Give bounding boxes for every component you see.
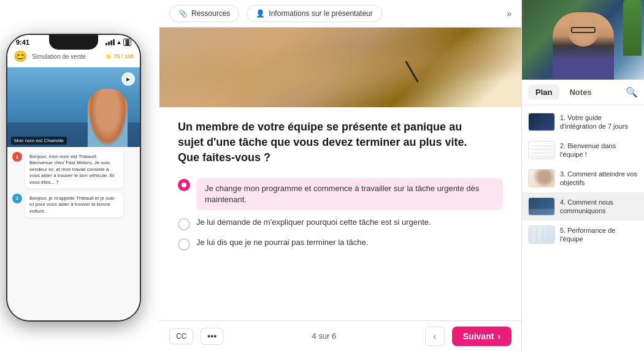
stars-score: ⭐ 70 / 100 xyxy=(105,53,134,59)
option-3-text: Je lui dis que je ne pourrai pas termine… xyxy=(196,238,368,247)
phone-mockup: 9:41 ▲ ▓ 😊 Simulati xyxy=(6,34,141,322)
charlotte-label: Mon nom est Charlotte xyxy=(11,137,67,145)
score-value: 70 / 100 xyxy=(113,53,134,59)
slide-item-3[interactable]: 3. Comment atteindre vos objectifs xyxy=(522,164,644,192)
slide-thumb-3 xyxy=(528,169,555,187)
slide-item-5[interactable]: 5. Performance de l'équipe xyxy=(522,221,644,249)
play-button[interactable]: ▶ xyxy=(121,72,135,86)
slide-thumb-4 xyxy=(528,197,555,216)
emoji-avatar: 😊 xyxy=(13,50,27,63)
chat-bubble-1: Bonjour, mon nom est Thibault. Bienvenue… xyxy=(25,151,123,189)
next-button[interactable]: Suivant › xyxy=(452,326,512,346)
slide-label-5: 5. Performance de l'équipe xyxy=(560,226,638,244)
plant-decoration xyxy=(623,0,642,56)
radio-1[interactable] xyxy=(178,179,190,191)
bottom-bar: CC ••• 4 sur 6 ‹ Suivant › xyxy=(159,320,521,351)
cc-button[interactable]: CC xyxy=(169,328,193,344)
presenter-info-label: Informations sur le présentateur xyxy=(269,9,372,18)
slide-item-1[interactable]: 1. Votre guide d'intégration de 7 jours xyxy=(522,108,644,136)
resources-label: Ressources xyxy=(191,9,230,18)
slide-item-4[interactable]: 4. Comment nous communiquons xyxy=(522,192,644,221)
more-options-button[interactable]: ••• xyxy=(201,328,223,345)
slide-label-2: 2. Bienvenue dans l'équipe ! xyxy=(560,142,638,159)
tab-plan[interactable]: Plan xyxy=(528,85,559,100)
presenter-info-button[interactable]: 👤 Informations sur le présentateur xyxy=(247,5,381,22)
presenter-face xyxy=(568,16,599,47)
radio-inner-1 xyxy=(182,183,186,187)
phone-screen: 9:41 ▲ ▓ 😊 Simulati xyxy=(7,35,140,320)
left-panel: 9:41 ▲ ▓ 😊 Simulati xyxy=(0,0,159,351)
chat-bubble-2: Bonjour, je m'appelle Thibault et je sui… xyxy=(25,192,123,217)
message-number-2: 2 xyxy=(12,194,22,203)
person-icon: 👤 xyxy=(256,9,265,18)
message-number-1: 1 xyxy=(12,152,22,162)
options-list: Je change mon programme et commence à tr… xyxy=(178,178,503,251)
signal-icon xyxy=(105,39,115,45)
slide-thumb-5 xyxy=(528,225,555,244)
search-button[interactable]: 🔍 xyxy=(626,86,638,98)
right-panel: Plan Notes 🔍 1. Votre guide d'intégratio… xyxy=(521,0,644,351)
slide-label-4: 4. Comment nous communiquons xyxy=(560,198,638,216)
expand-nav-button[interactable]: » xyxy=(507,9,512,18)
top-nav: 📎 Ressources 👤 Informations sur le prése… xyxy=(159,0,521,28)
slide-thumb-2 xyxy=(528,141,555,159)
glasses xyxy=(571,27,596,33)
slide-label-1: 1. Votre guide d'intégration de 7 jours xyxy=(560,113,638,131)
radio-3[interactable] xyxy=(178,238,190,251)
option-1[interactable]: Je change mon programme et commence à tr… xyxy=(178,178,503,210)
question-text: Un membre de votre équipe se présente et… xyxy=(178,119,485,166)
right-tabs: Plan Notes 🔍 xyxy=(522,80,644,105)
slide-item-2[interactable]: 2. Bienvenue dans l'équipe ! xyxy=(522,136,644,164)
paperclip-icon: 📎 xyxy=(178,9,188,18)
charlotte-avatar xyxy=(88,89,128,147)
center-panel: 📎 Ressources 👤 Informations sur le prése… xyxy=(159,0,521,351)
main-container: 9:41 ▲ ▓ 😊 Simulati xyxy=(0,0,644,351)
slides-list: 1. Votre guide d'intégration de 7 jours … xyxy=(522,105,644,351)
option-2-text: Je lui demande de m'expliquer pourquoi c… xyxy=(196,217,431,227)
presenter-person xyxy=(553,12,614,80)
option-1-text: Je change mon programme et commence à tr… xyxy=(196,178,503,210)
option-2[interactable]: Je lui demande de m'expliquer pourquoi c… xyxy=(178,217,503,230)
status-icons: ▲ ▓ xyxy=(105,39,131,46)
simulation-title: Simulation de vente xyxy=(32,53,100,60)
presenter-video xyxy=(522,0,644,80)
star-icon: ⭐ xyxy=(105,53,112,59)
phone-video-area[interactable]: ▶ Mon nom est Charlotte xyxy=(7,67,140,147)
phone-header: 😊 Simulation de vente ⭐ 70 / 100 xyxy=(7,47,140,67)
slide-label-3: 3. Comment atteindre vos objectifs xyxy=(560,170,638,187)
battery-icon: ▓ xyxy=(123,39,131,46)
next-arrow-icon: › xyxy=(497,331,500,341)
wifi-icon: ▲ xyxy=(117,39,122,45)
prev-button[interactable]: ‹ xyxy=(425,326,445,346)
content-area: Un membre de votre équipe se présente et… xyxy=(159,107,521,320)
option-3[interactable]: Je lui dis que je ne pourrai pas termine… xyxy=(178,238,503,251)
chat-message-1: 1 Bonjour, mon nom est Thibault. Bienven… xyxy=(12,151,135,189)
pen-icon xyxy=(405,61,419,83)
next-label: Suivant xyxy=(463,331,494,341)
charlotte-face xyxy=(88,89,128,147)
hero-image xyxy=(159,28,521,107)
chat-message-2: 2 Bonjour, je m'appelle Thibault et je s… xyxy=(12,192,135,217)
phone-chat: 1 Bonjour, mon nom est Thibault. Bienven… xyxy=(7,147,140,320)
radio-2[interactable] xyxy=(178,218,190,230)
slide-thumb-1 xyxy=(528,113,555,131)
tab-notes[interactable]: Notes xyxy=(562,85,599,100)
pagination: 4 sur 6 xyxy=(312,331,337,341)
phone-time: 9:41 xyxy=(16,39,29,46)
resources-button[interactable]: 📎 Ressources xyxy=(169,5,239,22)
phone-notch xyxy=(49,35,98,50)
